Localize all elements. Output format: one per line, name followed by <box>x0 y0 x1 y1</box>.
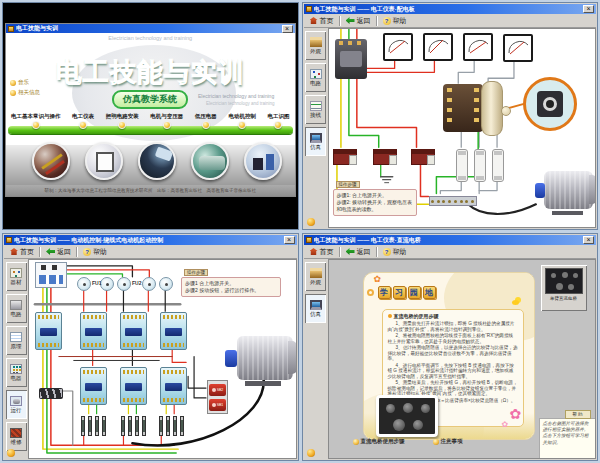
info-link[interactable]: 相关信息 <box>10 89 40 96</box>
motor-body <box>237 336 294 380</box>
header-char: 地 <box>423 286 436 299</box>
equipment-icon <box>10 268 22 278</box>
menu-item-basics[interactable]: 电工基本常识与操作 <box>11 113 61 139</box>
music-link[interactable]: 音乐 <box>10 79 40 86</box>
close-button[interactable]: × <box>583 236 594 244</box>
section-header: 学 习 园 地 <box>378 286 436 299</box>
menu-ball-icon[interactable] <box>32 121 40 129</box>
splash-window: 电工技能与实训 × Electrician technology and tra… <box>5 23 296 197</box>
simulation-canvas: FU1 FU2 操作步骤 步骤1 合上电源开关。 步骤2 按动按钮，进行运行操作… <box>28 259 297 459</box>
circuit-icon <box>10 300 22 310</box>
mode-appearance[interactable]: 外观 <box>305 31 326 60</box>
ceramic-fuse-5[interactable] <box>159 277 173 291</box>
help-icon: ? <box>383 248 391 256</box>
home-button[interactable]: 首页 <box>7 246 37 258</box>
menu-ball-icon[interactable] <box>274 121 282 129</box>
rotary-switch-body[interactable] <box>443 84 483 132</box>
music-ball[interactable] <box>307 449 315 457</box>
mode-sidebar: 器材 电路 原理 电器 运行 维修 <box>4 259 28 459</box>
mode-principle[interactable]: 原理 <box>6 326 27 355</box>
menu-item-motor-control[interactable]: 电动机控制 <box>228 113 256 139</box>
menu-item-meters[interactable]: 电工仪表 <box>72 113 94 139</box>
rotary-switch-cylinder[interactable] <box>481 81 503 136</box>
help-label: 帮助 <box>93 247 107 257</box>
help-button[interactable]: ?帮助 <box>380 15 410 27</box>
menu-item-drawings[interactable]: 电工识图 <box>267 113 289 139</box>
monitor-icon <box>310 300 322 310</box>
publisher-footer: 研制：大连海事大学信息工程学院信息教育技术研究所 出版：高等教育出版社 高等教育… <box>6 185 295 196</box>
ceramic-fuse-4[interactable] <box>142 277 156 291</box>
photo-tools <box>32 142 70 180</box>
stop-button[interactable]: SB2 <box>209 384 226 396</box>
device-thumbnail-button[interactable]: 单臂直流电桥 <box>541 265 587 311</box>
menu-ball-icon[interactable] <box>238 121 246 129</box>
usage-step-paragraph: 4、进行电桥平衡调节，先按下按钮 B 接通电源，再按下按钮 G 接通检流计，根据… <box>388 363 518 380</box>
thumbnail-label: 单臂直流电桥 <box>550 296 577 301</box>
menu-ball-icon[interactable] <box>79 121 87 129</box>
knob-closeup[interactable] <box>537 91 563 117</box>
back-button[interactable]: 返回 <box>43 246 74 258</box>
home-label: 首页 <box>20 247 34 257</box>
mode-wiring[interactable]: 接线 <box>305 95 326 124</box>
circuit-breaker[interactable] <box>35 262 67 288</box>
info-ball-icon <box>10 90 16 96</box>
motor-icon <box>10 396 22 406</box>
fuse-link-1[interactable] <box>456 149 468 182</box>
music-label: 音乐 <box>18 79 29 86</box>
menu-item-lighting[interactable]: 照明电路安装 <box>106 113 139 139</box>
link-label: 注意事项 <box>441 438 463 445</box>
analog-meter-2 <box>423 33 453 61</box>
close-button[interactable]: × <box>284 236 295 244</box>
titlebar[interactable]: 电工技能与实训 —— 电动机控制·绕线式电动机起动控制 × <box>4 235 297 245</box>
fuse-link-2[interactable] <box>474 149 486 182</box>
home-button[interactable]: 首页 <box>307 246 337 258</box>
back-button[interactable]: 返回 <box>343 15 374 27</box>
home-label: 首页 <box>320 16 334 26</box>
titlebar[interactable]: 电工技能与实训 —— 电工仪表·直流电桥 × <box>304 235 597 245</box>
splash-titlebar[interactable]: 电工技能与实训 × <box>6 24 295 33</box>
menu-ball-icon[interactable] <box>202 121 210 129</box>
ceramic-fuse-2[interactable] <box>100 277 114 291</box>
ceramic-fuse-1[interactable] <box>77 277 91 291</box>
mode-sidebar: 外观 仿真 <box>304 259 328 459</box>
help-button[interactable]: ?帮助 <box>380 246 410 258</box>
mode-equipment[interactable]: 器材 <box>6 262 27 291</box>
help-label: 帮助 <box>393 247 407 257</box>
close-button[interactable]: × <box>282 25 293 33</box>
mode-circuit[interactable]: 电路 <box>305 63 326 92</box>
app-icon <box>8 26 14 32</box>
music-ball[interactable] <box>7 449 15 457</box>
music-ball[interactable] <box>307 218 315 226</box>
titlebar[interactable]: 电工技能与实训 —— 电工仪表·配电板 × <box>304 4 597 14</box>
menu-ball-icon[interactable] <box>118 121 126 129</box>
start-button[interactable]: SB1 <box>209 399 226 411</box>
current-transformer-2 <box>373 149 397 165</box>
menu-item-machines[interactable]: 电机与变压器 <box>150 113 183 139</box>
mode-label: 外观 <box>310 48 321 55</box>
fuse-link-3[interactable] <box>492 149 504 182</box>
usage-steps-link[interactable]: 直流电桥使用步骤 <box>353 438 405 445</box>
precautions-link[interactable]: 注意事项 <box>433 438 463 445</box>
close-button[interactable]: × <box>583 5 594 13</box>
mode-circuit[interactable]: 电路 <box>6 294 27 323</box>
mode-repair[interactable]: 维修 <box>6 422 27 451</box>
learning-panel: ✿ 学 习 园 地 直流电桥的使用步骤 1、测量前先打开检流计锁扣，即将 G 接… <box>363 272 535 440</box>
knife-switch[interactable] <box>39 388 63 399</box>
mode-label: 接线 <box>310 112 321 119</box>
help-button[interactable]: ?帮助 <box>80 246 110 258</box>
ceramic-fuse-3[interactable] <box>117 277 131 291</box>
menu-ball-icon[interactable] <box>163 121 171 129</box>
mode-run[interactable]: 运行 <box>6 390 27 419</box>
mode-simulation[interactable]: 仿真 <box>305 294 326 323</box>
back-button[interactable]: 返回 <box>343 246 374 258</box>
mode-simulation[interactable]: 仿真 <box>305 127 326 156</box>
mode-appearance[interactable]: 外观 <box>305 262 326 291</box>
mode-apparatus[interactable]: 电器 <box>6 358 27 387</box>
toolbar: 首页 返回 ?帮助 <box>304 245 597 259</box>
home-button[interactable]: 首页 <box>307 15 337 27</box>
menu-item-lv-apparatus[interactable]: 低压电器 <box>195 113 217 139</box>
operation-steps-box: 操作步骤 步骤1: 合上电源开关。 步骤2: 拨动转换开关，观察电压表和电流表的… <box>333 172 417 216</box>
info-label: 相关信息 <box>18 89 40 96</box>
circuit-breaker[interactable] <box>335 39 367 79</box>
rotary-switch-knob[interactable] <box>501 106 511 116</box>
